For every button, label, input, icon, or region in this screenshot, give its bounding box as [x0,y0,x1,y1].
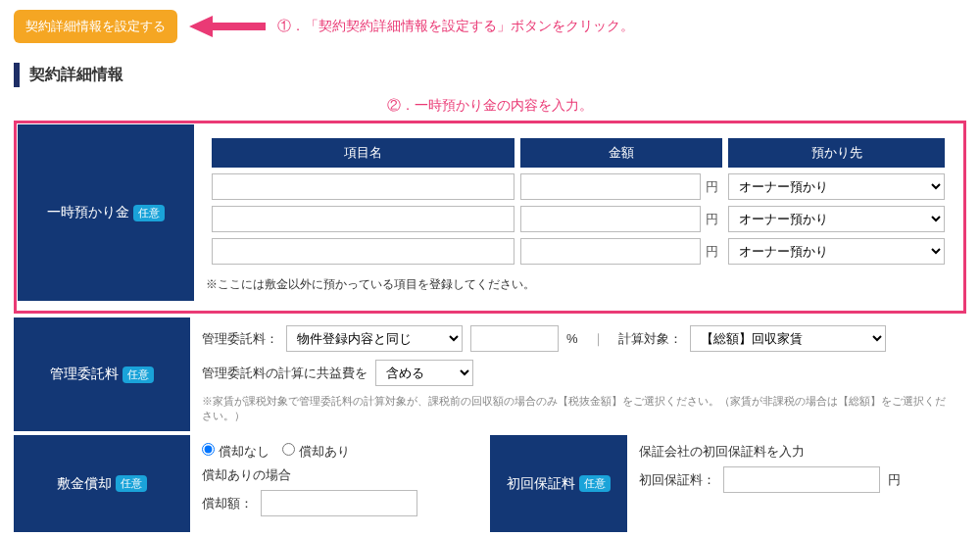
fee-label-2: 計算対象： [618,330,682,348]
amortization-radio-group: 償却なし 償却あり [202,443,478,461]
optional-badge: 任意 [579,475,611,492]
optional-badge: 任意 [122,366,154,383]
section-title: 契約詳細情報 [14,63,966,87]
fee-basis-select[interactable]: 【総額】回収家賃 [690,325,886,352]
fee-percent-input[interactable] [470,325,559,352]
amount-input[interactable] [520,206,701,232]
table-row: 円 オーナー預かり [212,206,945,232]
firstfee-input[interactable] [723,466,880,493]
separator: ｜ [592,330,605,348]
annotation-1: ①．「契約契約詳細情報を設定する」ボタンをクリック。 [277,18,634,35]
include-common-select[interactable]: 含める [375,360,473,386]
keeper-select[interactable]: オーナー預かり [728,173,945,200]
annotation-2: ②．一時預かり金の内容を入力。 [14,97,966,115]
svg-marker-0 [189,16,266,37]
firstfee-label-1: 保証会社の初回保証料を入力 [639,443,955,461]
yen-label: 円 [888,471,901,489]
sidebar-label: 一時預かり金 [47,204,129,221]
table-row: 円 オーナー預かり [212,238,945,265]
fee-label-3: 管理委託料の計算に共益費を [202,365,368,382]
col-header-item: 項目名 [212,138,514,168]
sidebar-amortization: 敷金償却 任意 [14,435,190,532]
radio-none-label[interactable]: 償却なし [202,444,270,459]
sidebar-label: 敷金償却 [57,475,112,493]
radio-some[interactable] [282,443,295,456]
fee-label-1: 管理委託料： [202,330,278,348]
keeper-select[interactable]: オーナー預かり [728,238,945,265]
set-contract-detail-button[interactable]: 契約詳細情報を設定する [14,10,177,43]
item-name-input[interactable] [212,173,514,200]
arrow-left-icon [189,12,266,41]
highlight-frame: 一時預かり金 任意 項目名 金額 預かり先 円 オーナー預かり [14,121,966,314]
sidebar-first-fee: 初回保証料 任意 [490,435,627,532]
col-header-keeper: 預かり先 [728,138,945,168]
percent-label: % [566,331,578,346]
keeper-select[interactable]: オーナー預かり [728,206,945,232]
sidebar-label: 初回保証料 [507,475,575,493]
table-row: 円 オーナー預かり [212,173,945,200]
fee-fine-print: ※家賃が課税対象で管理委託料の計算対象が、課税前の回収額の場合のみ【税抜金額】を… [202,394,955,423]
deposit-note: ※ここには敷金以外に預かっている項目を登録してください。 [206,276,951,293]
radio-none[interactable] [202,443,215,456]
yen-label: 円 [701,178,722,196]
item-name-input[interactable] [212,238,514,265]
optional-badge: 任意 [133,205,165,221]
radio-some-label[interactable]: 償却あり [282,444,350,459]
item-name-input[interactable] [212,206,514,232]
deposit-table: 項目名 金額 預かり先 円 オーナー預かり 円 オーナー預かり [206,132,951,270]
amount-input[interactable] [520,238,701,265]
fee-source-select[interactable]: 物件登録内容と同じ [286,325,463,352]
col-header-amount: 金額 [520,138,722,168]
amort-amount-label: 償却額： [202,495,253,513]
sidebar-deposit: 一時預かり金 任意 [18,124,194,301]
optional-badge: 任意 [116,475,147,492]
firstfee-label-2: 初回保証料： [639,471,715,489]
amort-amount-input[interactable] [261,490,417,516]
sidebar-fee: 管理委託料 任意 [14,317,190,431]
amort-sub-label: 償却ありの場合 [202,466,478,484]
amount-input[interactable] [520,173,701,200]
sidebar-label: 管理委託料 [50,366,119,383]
yen-label: 円 [701,243,722,261]
yen-label: 円 [701,211,722,228]
